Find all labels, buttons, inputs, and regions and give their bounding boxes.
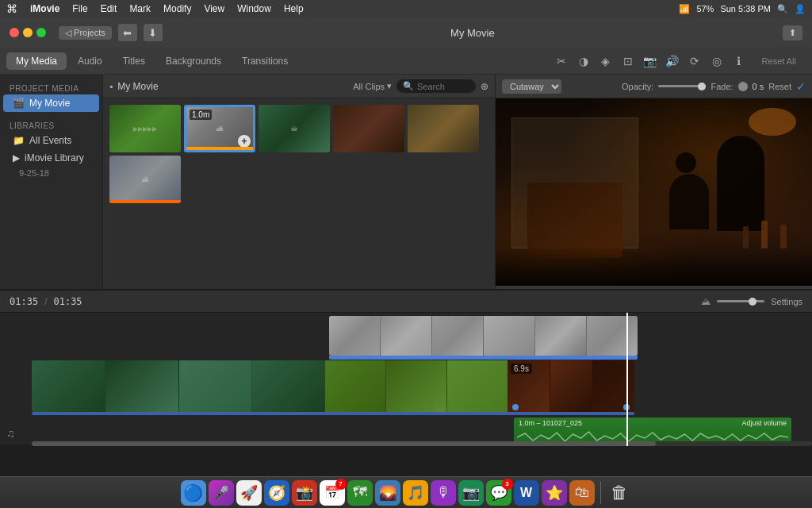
timeline-scrollbar[interactable] (32, 441, 812, 446)
center-toolbar: ▪ My Movie All Clips ▾ 🔍 ⊕ (103, 75, 495, 98)
dock-launchpad[interactable]: 🚀 (236, 480, 262, 506)
menu-window[interactable]: Window (232, 3, 276, 14)
playhead (626, 313, 628, 446)
tab-my-media[interactable]: My Media (6, 52, 67, 70)
dock-maps[interactable]: 🗺 (347, 480, 373, 506)
sidebar-item-imovie-library[interactable]: ▶ iMovie Library (3, 149, 99, 167)
main-clip-selection-bar (32, 412, 634, 415)
menu-mark[interactable]: Mark (124, 3, 155, 14)
search-icon[interactable]: 🔍 (777, 4, 788, 14)
dock-itunes[interactable]: 🎵 (403, 480, 428, 506)
fade-knob (738, 82, 748, 91)
media-thumb-5[interactable] (408, 105, 479, 152)
audio-clip-name: 1.0m – 101027_025 (519, 419, 582, 427)
user-icon[interactable]: 👤 (795, 4, 806, 14)
hide-sidebar-button[interactable]: ▪ (109, 81, 113, 92)
dock-facetime[interactable]: 📷 (458, 480, 484, 506)
left-panel: PROJECT MEDIA 🎬 My Movie LIBRARIES 📁 All… (0, 75, 103, 321)
zoom-slider[interactable] (717, 300, 764, 302)
filter-icon[interactable]: ◈ (597, 52, 615, 70)
opacity-slider[interactable] (658, 85, 706, 87)
sidebar-item-my-movie[interactable]: 🎬 My Movie (3, 94, 99, 112)
cutaway-dropdown[interactable]: Cutaway (502, 79, 561, 94)
library-icon: ▶ (13, 152, 20, 164)
dock-word[interactable]: W (514, 480, 539, 506)
menu-file[interactable]: File (67, 3, 92, 14)
share-button[interactable]: ⬆ (783, 25, 802, 40)
tab-titles[interactable]: Titles (113, 52, 155, 70)
info-icon[interactable]: ℹ (730, 52, 748, 70)
battery-status: 57% (696, 4, 714, 13)
right-panel: Cutaway Opacity: Fade: 0 s Reset ✓ (495, 75, 812, 321)
media-thumb-6[interactable]: 🏙 (109, 156, 181, 203)
projects-button[interactable]: ◁ Projects (59, 26, 112, 40)
toolbar: My Media Audio Titles Backgrounds Transi… (0, 48, 812, 75)
thumb-add-button[interactable]: + (238, 135, 251, 148)
crop2-icon[interactable]: ⊡ (619, 52, 637, 70)
opacity-label: Opacity: (622, 82, 653, 91)
speed-icon[interactable]: ⟳ (686, 52, 703, 70)
dock-imovie[interactable]: ⭐ (542, 480, 567, 506)
dock-safari[interactable]: 🧭 (264, 480, 289, 506)
media-thumb-4[interactable] (333, 105, 404, 152)
audio-icon[interactable]: 🔊 (664, 52, 681, 70)
close-button[interactable] (10, 28, 19, 37)
reset-button[interactable]: Reset (768, 82, 791, 91)
cutaway-clip[interactable] (329, 316, 638, 356)
clips-dropdown[interactable]: All Clips ▾ (353, 81, 392, 91)
landscape-clip[interactable] (325, 360, 508, 412)
timeline-canvas: 6.9s 1.0m – 101027_025 Adjust volume (0, 313, 812, 446)
menu-help[interactable]: Help (279, 3, 308, 14)
timeline-header: 01:35 / 01:35 ⛰ Settings (0, 291, 812, 313)
menu-modify[interactable]: Modify (159, 3, 196, 14)
crop-icon[interactable]: ✂ (553, 52, 570, 70)
dock-calendar[interactable]: 📅 7 (320, 480, 345, 506)
search-input[interactable] (417, 82, 473, 91)
adjust-volume-label: Adjust volume (741, 419, 787, 427)
thumb-duration-label: 1.0m (190, 110, 212, 120)
dock-siri[interactable]: 🎤 (209, 480, 234, 506)
media-thumb-2[interactable]: 🏙 1.0m + (184, 105, 255, 152)
media-grid: ▶▶▶▶▶ 🏙 1.0m + 🏔 (103, 98, 495, 321)
maximize-button[interactable] (36, 28, 46, 37)
dock-photos[interactable]: 📸 (292, 480, 317, 506)
search-box: 🔍 (396, 79, 476, 93)
main-video-track: 6.9s (32, 360, 812, 412)
timeline-right-controls: ⛰ Settings (701, 296, 802, 307)
events-icon: 📁 (13, 135, 25, 146)
total-timecode: 01:35 (53, 296, 82, 307)
dock-finder[interactable]: 🔵 (181, 480, 206, 506)
dock-photos2[interactable]: 🌄 (375, 480, 400, 506)
camera-icon[interactable]: 📷 (642, 52, 659, 70)
apply-button[interactable]: ✓ (796, 80, 806, 93)
sidebar-date[interactable]: 9-25-18 (0, 167, 102, 179)
nav-forward-button[interactable]: ⬇ (144, 24, 163, 41)
filter-button[interactable]: ⊕ (481, 81, 488, 92)
tab-audio[interactable]: Audio (68, 52, 112, 70)
timecode-separator: / (44, 296, 47, 307)
toolbar-icons: ✂ ◑ ◈ ⊡ 📷 🔊 ⟳ ◎ ℹ Reset All (553, 52, 806, 70)
wifi-status: 📶 (679, 4, 690, 14)
menu-view[interactable]: View (199, 3, 229, 14)
menu-imovie[interactable]: iMovie (25, 3, 64, 14)
tab-backgrounds[interactable]: Backgrounds (156, 52, 231, 70)
menu-edit[interactable]: Edit (96, 3, 122, 14)
tab-transitions[interactable]: Transitions (232, 52, 297, 70)
menubar-status: 📶 57% Sun 5:38 PM 🔍 👤 (679, 4, 806, 14)
dock-podcasts[interactable]: 🎙 (431, 480, 456, 506)
settings-button[interactable]: Settings (771, 297, 802, 306)
nav-back-button[interactable]: ⬅ (118, 24, 137, 41)
dock-messages[interactable]: 💬 3 (486, 480, 511, 506)
reset-all-button[interactable]: Reset All (753, 53, 806, 69)
stabilize-icon[interactable]: ◎ (708, 52, 726, 70)
media-thumb-1[interactable]: ▶▶▶▶▶ (109, 105, 181, 152)
dock-trash[interactable]: 🗑 (607, 480, 632, 506)
dock-store[interactable]: 🛍 (569, 480, 595, 506)
mountains-clip[interactable] (32, 360, 325, 412)
minimize-button[interactable] (23, 28, 33, 37)
media-thumb-3[interactable]: 🏔 (259, 105, 330, 152)
cafe-clip[interactable]: 6.9s (508, 360, 634, 412)
sidebar-item-all-events[interactable]: 📁 All Events (3, 132, 99, 149)
calendar-badge: 7 (335, 479, 347, 490)
color-icon[interactable]: ◑ (575, 52, 592, 70)
